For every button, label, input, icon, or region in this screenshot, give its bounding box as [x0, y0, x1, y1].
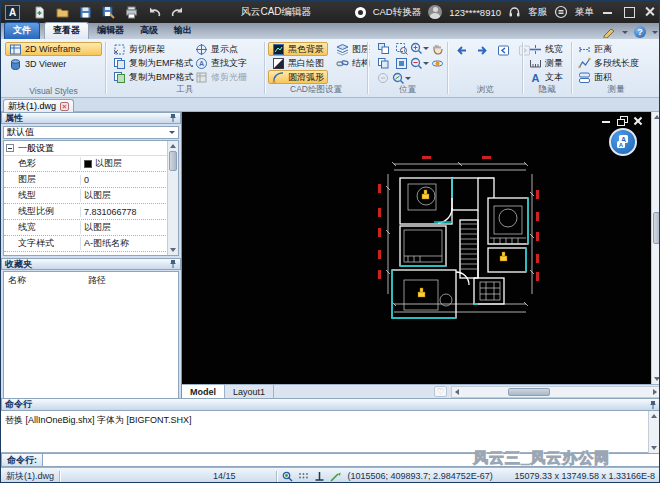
tab-layout1[interactable]: Layout1 [225, 385, 274, 398]
canvas-vertical-scrollbar[interactable] [651, 112, 660, 384]
close-button[interactable] [643, 5, 657, 19]
save-button[interactable] [78, 5, 92, 19]
polyline-length-button[interactable]: 多段线长度 [574, 56, 643, 70]
help-caret-icon[interactable] [652, 31, 658, 34]
redo-button[interactable] [170, 5, 184, 19]
3d-viewer-button[interactable]: 3D Viewer [5, 57, 102, 71]
canvas-close-icon[interactable] [633, 116, 643, 125]
command-input[interactable] [43, 453, 660, 467]
canvas-restore-icon[interactable] [617, 116, 627, 125]
area-button[interactable]: 面积 [574, 70, 643, 84]
tab-advanced[interactable]: 高级 [132, 23, 166, 39]
copy-emf-button[interactable]: 复制为EMF格式 [109, 56, 198, 70]
open-file-button[interactable] [55, 5, 69, 19]
clip-frame-button[interactable]: 剪切框架 [109, 42, 198, 56]
property-group-row[interactable]: 一般设置 [4, 141, 178, 156]
zoom-region-icon[interactable] [393, 41, 409, 55]
user-avatar[interactable] [428, 5, 442, 19]
grid-snap-icon[interactable] [298, 471, 309, 482]
help-icon[interactable]: ? [634, 26, 646, 38]
scroll-down-icon[interactable] [654, 377, 660, 381]
pin-icon[interactable] [169, 113, 177, 123]
zoom-extents-icon[interactable] [393, 56, 409, 70]
minimize-button[interactable] [601, 5, 615, 19]
zoom-status-icon[interactable] [282, 471, 293, 482]
style-picker-caret-icon[interactable] [622, 31, 628, 34]
copy-view-icon[interactable] [375, 56, 391, 70]
distance-button[interactable]: 距离 [574, 42, 643, 56]
scroll-down-icon[interactable] [651, 446, 657, 450]
rotate-3d-icon[interactable] [429, 56, 445, 70]
save-as-button[interactable] [101, 5, 115, 19]
property-row-layer[interactable]: 图层 0 [4, 172, 178, 188]
cad-converter-button[interactable]: CAD转换器 [373, 6, 422, 19]
trim-raster-button[interactable]: 修剪光栅 [191, 70, 251, 84]
tab-viewer[interactable]: 查看器 [44, 22, 89, 39]
copy-bmp-button[interactable]: 复制为BMP格式 [109, 70, 198, 84]
scrollbar-thumb[interactable] [169, 151, 177, 171]
drawing-canvas[interactable]: AA [182, 112, 651, 384]
previous-view-icon[interactable] [495, 43, 511, 57]
print-button[interactable] [124, 5, 138, 19]
smooth-arc-button[interactable]: 圆滑弧形 [268, 70, 328, 84]
undo-button[interactable] [147, 5, 161, 19]
zoom-out-icon[interactable] [411, 56, 427, 70]
measure-toggle[interactable]: 测量 [525, 56, 567, 70]
document-close-icon[interactable]: ✕ [60, 102, 69, 111]
property-preset-dropdown[interactable]: 默认值 [3, 126, 179, 139]
structure-button[interactable]: 结构 [332, 56, 374, 70]
customer-service-button[interactable]: 客服 [528, 6, 547, 19]
zoom-window-icon[interactable] [375, 41, 391, 55]
osnap-pencil-icon[interactable] [330, 471, 342, 482]
scroll-left-icon[interactable] [455, 389, 459, 395]
brand-logo-badge[interactable]: AA [609, 128, 637, 156]
canvas-horizontal-scrollbar[interactable] [451, 386, 660, 398]
property-row-color[interactable]: 色彩 以图层 [4, 156, 178, 172]
forward-icon[interactable] [474, 43, 490, 57]
favorites-col-path[interactable]: 路径 [88, 274, 106, 287]
property-row-text-style[interactable]: 文字样式 A-图纸名称 [4, 236, 178, 252]
scroll-up-icon[interactable] [651, 414, 657, 418]
zoom-previous-icon[interactable] [375, 71, 391, 85]
2d-wireframe-button[interactable]: 2D Wireframe [5, 42, 102, 56]
scrollbar-thumb[interactable] [508, 388, 550, 396]
back-icon[interactable] [453, 43, 469, 57]
scroll-down-icon[interactable] [170, 248, 176, 252]
menu-button[interactable]: 菜单 [575, 6, 594, 19]
new-file-button[interactable] [32, 5, 46, 19]
scroll-right-icon[interactable] [653, 389, 657, 395]
command-log-scrollbar[interactable] [648, 411, 659, 453]
ortho-icon[interactable] [314, 471, 325, 482]
tab-model[interactable]: Model [182, 385, 225, 398]
scroll-up-icon[interactable] [654, 115, 660, 119]
collapse-icon[interactable] [6, 144, 14, 152]
style-picker-icon[interactable] [603, 27, 616, 38]
bw-drawing-button[interactable]: 黑白绘图 [268, 56, 328, 70]
canvas-minimize-icon[interactable] [601, 116, 611, 125]
show-points-button[interactable]: 显示点 [191, 42, 251, 56]
property-grid-scrollbar[interactable] [167, 141, 178, 255]
tab-file[interactable]: 文件 [4, 22, 40, 39]
command-log[interactable]: 替换 [AllInOneBig.shx] 字体为 [BIGFONT.SHX] [1, 411, 660, 453]
favorite-heart-icon[interactable]: ♡ [434, 386, 447, 397]
line-width-toggle[interactable]: 线宽 [525, 42, 567, 56]
text-toggle[interactable]: A 文本 [525, 70, 567, 84]
maximize-button[interactable] [622, 5, 636, 19]
pin-icon[interactable] [169, 259, 177, 269]
find-text-button[interactable]: A 查找文字 [191, 56, 251, 70]
pan-hand-icon[interactable] [429, 41, 445, 55]
zoom-scale-icon[interactable] [393, 71, 409, 85]
pin-icon[interactable] [649, 400, 657, 410]
tab-output[interactable]: 输出 [166, 23, 200, 39]
document-tab[interactable]: 新块(1).dwg ✕ [3, 99, 74, 112]
property-row-linetype[interactable]: 线型 以图层 [4, 188, 178, 204]
layers-button[interactable]: 图层 [332, 42, 374, 56]
tab-editor[interactable]: 编辑器 [89, 23, 132, 39]
favorites-col-name[interactable]: 名称 [8, 274, 88, 287]
scroll-up-icon[interactable] [170, 144, 176, 148]
scrollbar-thumb[interactable] [653, 212, 660, 244]
property-row-linetype-scale[interactable]: 线型比例 7.831066778 [4, 204, 178, 220]
zoom-in-icon[interactable] [411, 41, 427, 55]
property-row-lineweight[interactable]: 线宽 以图层 [4, 220, 178, 236]
black-background-button[interactable]: 黑色背景 [268, 42, 328, 56]
